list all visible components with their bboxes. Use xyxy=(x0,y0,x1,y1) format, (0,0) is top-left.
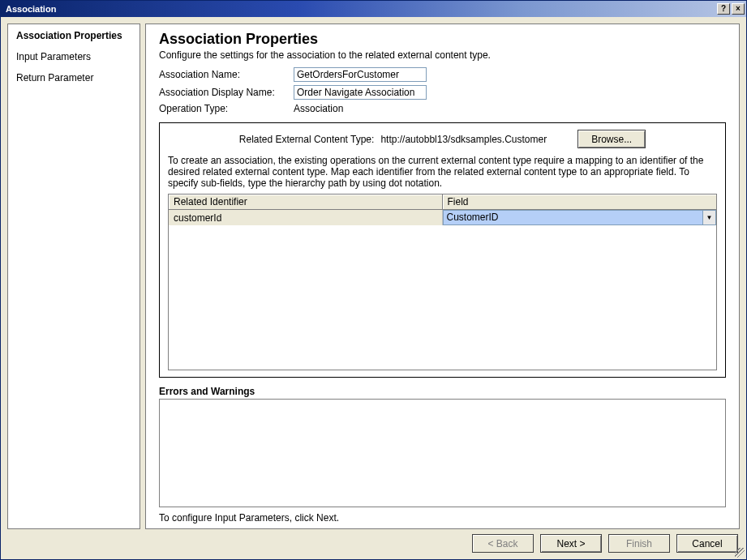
back-button: < Back xyxy=(472,534,534,553)
identifier-field-grid: Related Identifier Field customerId Cust… xyxy=(168,194,717,370)
dialog-body: Association Properties Input Parameters … xyxy=(1,17,746,559)
next-button[interactable]: Next > xyxy=(540,534,602,553)
window-title: Association xyxy=(6,4,56,14)
related-content-group: Related External Content Type: http://au… xyxy=(159,122,726,378)
cancel-button[interactable]: Cancel xyxy=(676,534,738,553)
association-display-name-input[interactable] xyxy=(294,85,427,100)
association-display-name-label: Association Display Name: xyxy=(159,87,294,98)
help-button[interactable]: ? xyxy=(717,3,730,15)
grid-cell-field: CustomerID ▼ xyxy=(443,210,717,225)
row-association-name: Association Name: xyxy=(159,67,726,82)
row-association-display-name: Association Display Name: xyxy=(159,85,726,100)
grid-empty-area xyxy=(169,225,716,370)
nav-sidebar: Association Properties Input Parameters … xyxy=(7,24,140,529)
sidebar-item-label: Return Parameter xyxy=(16,72,93,83)
chevron-down-icon[interactable]: ▼ xyxy=(702,211,715,224)
related-content-type-url: http://autobbl13/sdksamples.Customer xyxy=(380,134,547,145)
browse-button[interactable]: Browse... xyxy=(577,130,646,148)
operation-type-label: Operation Type: xyxy=(159,103,294,114)
window-controls: ? × xyxy=(717,3,745,15)
finish-button: Finish xyxy=(608,534,670,553)
association-name-input[interactable] xyxy=(294,67,427,82)
grid-row: customerId CustomerID ▼ xyxy=(169,210,716,225)
errors-warnings-list[interactable] xyxy=(159,399,726,507)
content-row: Association Properties Input Parameters … xyxy=(7,24,740,529)
mapping-instructions: To create an association, the existing o… xyxy=(168,155,717,189)
field-combobox[interactable]: CustomerID ▼ xyxy=(443,210,717,225)
sidebar-item-label: Input Parameters xyxy=(16,51,91,62)
association-name-label: Association Name: xyxy=(159,69,294,80)
wizard-button-bar: < Back Next > Finish Cancel xyxy=(7,534,740,553)
titlebar: Association ? × xyxy=(1,1,746,17)
sidebar-item-input-parameters[interactable]: Input Parameters xyxy=(16,50,131,63)
grid-header-identifier[interactable]: Related Identifier xyxy=(169,195,443,210)
resize-grip[interactable] xyxy=(735,548,745,558)
grid-header-field[interactable]: Field xyxy=(443,195,717,210)
sidebar-item-association-properties[interactable]: Association Properties xyxy=(16,29,131,42)
grid-header: Related Identifier Field xyxy=(169,195,716,210)
row-operation-type: Operation Type: Association xyxy=(159,103,726,114)
grid-cell-identifier: customerId xyxy=(169,210,443,225)
related-content-type-row: Related External Content Type: http://au… xyxy=(168,130,717,148)
field-combobox-value: CustomerID xyxy=(444,211,703,224)
close-button[interactable]: × xyxy=(732,3,745,15)
sidebar-item-label: Association Properties xyxy=(16,30,122,41)
page-heading: Association Properties xyxy=(159,31,726,48)
dialog-window: Association ? × Association Properties I… xyxy=(0,0,747,560)
main-panel: Association Properties Configure the set… xyxy=(145,24,740,529)
page-description: Configure the settings for the associati… xyxy=(159,49,726,61)
related-content-type-label: Related External Content Type: xyxy=(239,134,375,145)
sidebar-item-return-parameter[interactable]: Return Parameter xyxy=(16,71,131,84)
operation-type-value: Association xyxy=(294,103,343,114)
errors-heading: Errors and Warnings xyxy=(159,386,726,397)
footer-hint: To configure Input Parameters, click Nex… xyxy=(159,512,726,524)
